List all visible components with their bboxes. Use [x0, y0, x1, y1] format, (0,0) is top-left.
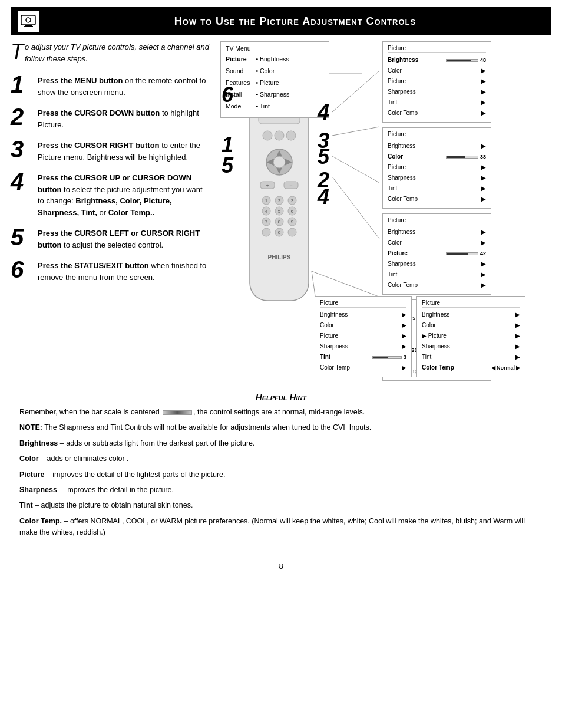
step-text-4: Press the CURSOR UP or CURSOR DOWN butto…: [38, 170, 211, 218]
svg-line-44: [332, 127, 379, 136]
svg-point-30: [288, 228, 296, 236]
menu-item-picture: Picture: [226, 54, 250, 65]
step-text-2: Press the CURSOR DOWN button to highligh…: [38, 105, 211, 130]
bottom-panels-row: Picture Brightness▶ Color▶ Picture▶ Shar…: [315, 296, 525, 377]
hint-para-8: Color Temp. – offers NORMAL, COOL, or WA…: [19, 516, 543, 539]
svg-text:8: 8: [278, 219, 281, 225]
picture-panel-colortemp: Picture Brightness▶ Color▶ ▶ Picture▶ Sh…: [416, 296, 525, 377]
hint-para-4: Color – adds or eliminates color .: [19, 453, 543, 465]
overlay-step-5b: 5: [318, 144, 329, 169]
submenu-tint: • Tint: [256, 101, 289, 113]
step-number-6: 6: [11, 258, 32, 281]
step-list: 1 Press the MENU button on the remote co…: [11, 73, 211, 283]
overlay-step-4: 4: [318, 100, 329, 125]
hint-para-1: Remember, when the bar scale is centered…: [19, 407, 543, 418]
picture-panel-1: Picture Brightness 48 Color▶ Picture▶ Sh…: [382, 41, 491, 123]
submenu-brightness: • Brightness: [256, 54, 289, 65]
overlay-step-5a: 5: [222, 153, 233, 178]
step-number-4: 4: [11, 170, 32, 193]
hint-para-2: NOTE: The Shaprness and Tint Controls wi…: [19, 422, 543, 433]
step-3: 3 Press the CURSOR RIGHT button to enter…: [11, 137, 211, 163]
drop-cap: T: [11, 44, 24, 61]
step-4: 4 Press the CURSOR UP or CURSOR DOWN but…: [11, 170, 211, 218]
hint-para-6: Sharpness – mproves the detail in the pi…: [19, 485, 543, 496]
hint-para-3: Brightness – adds or subtracts light fro…: [19, 438, 543, 449]
step-text-3: Press the CURSOR RIGHT button to enter t…: [38, 137, 211, 163]
step-2: 2 Press the CURSOR DOWN button to highli…: [11, 105, 211, 130]
page-number: 8: [0, 562, 562, 571]
step-text-1: Press the MENU button on the remote cont…: [38, 73, 211, 98]
svg-point-28: [262, 228, 270, 236]
svg-text:+: +: [266, 183, 269, 189]
hint-body: Remember, when the bar scale is centered…: [19, 407, 543, 538]
page-header: How to Use the Picture Adjustment Contro…: [11, 7, 551, 35]
svg-point-14: [273, 156, 285, 168]
hint-para-5: Picture – improves the detail of the lig…: [19, 469, 543, 480]
svg-line-43: [332, 71, 379, 112]
right-column: TV Menu Picture Sound Features Install M…: [220, 41, 551, 377]
overlay-step-6: 6: [222, 83, 233, 107]
page-title: How to Use the Picture Adjustment Contro…: [46, 15, 544, 28]
step-5: 5 Press the CURSOR LEFT or CURSOR RIGHT …: [11, 225, 211, 251]
step-text-6: Press the STATUS/EXIT button when finish…: [38, 258, 211, 283]
picture-panel-2: Picture Brightness▶ Color 38 Picture▶ Sh…: [382, 127, 491, 209]
step-number-5: 5: [11, 225, 32, 249]
overlay-step-2b: 4: [318, 185, 329, 209]
svg-text:0: 0: [278, 230, 281, 235]
svg-text:−: −: [289, 183, 292, 189]
hint-para-7: Tint – adjusts the picture to obtain nat…: [19, 500, 543, 511]
left-column: T o adjust your TV picture controls, sel…: [11, 41, 211, 377]
tv-menu-box: TV Menu Picture Sound Features Install M…: [220, 41, 329, 118]
svg-text:5: 5: [278, 209, 281, 214]
svg-point-6: [263, 131, 272, 140]
tv-menu-title: TV Menu: [226, 45, 324, 52]
main-content: T o adjust your TV picture controls, sel…: [11, 41, 551, 377]
svg-point-3: [26, 18, 31, 22]
svg-point-7: [275, 131, 284, 140]
picture-panel-3: Picture Brightness▶ Color▶ Picture 42 Sh…: [382, 213, 491, 295]
header-icon: [18, 11, 39, 32]
svg-line-45: [332, 156, 379, 183]
step-number-1: 1: [11, 73, 32, 96]
submenu-picture: • Picture: [256, 77, 289, 89]
step-number-2: 2: [11, 105, 32, 129]
svg-text:3: 3: [291, 198, 294, 203]
svg-text:PHILIPS: PHILIPS: [268, 254, 291, 261]
svg-point-8: [286, 131, 296, 140]
step-6: 6 Press the STATUS/EXIT button when fini…: [11, 258, 211, 283]
svg-rect-2: [24, 26, 33, 27]
svg-text:7: 7: [265, 219, 268, 225]
submenu-sharpness: • Sharpness: [256, 89, 289, 101]
svg-text:2: 2: [278, 198, 281, 203]
svg-text:9: 9: [291, 219, 294, 225]
svg-rect-0: [21, 15, 35, 25]
step-1: 1 Press the MENU button on the remote co…: [11, 73, 211, 98]
hint-title: Helpful Hint: [19, 392, 543, 402]
helpful-hint-box: Helpful Hint Remember, when the bar scal…: [11, 386, 551, 551]
svg-text:6: 6: [291, 209, 294, 214]
intro-text: T o adjust your TV picture controls, sel…: [11, 41, 211, 64]
step-number-3: 3: [11, 137, 32, 161]
step-text-5: Press the CURSOR LEFT or CURSOR RIGHT bu…: [38, 225, 211, 251]
picture-panel-tint: Picture Brightness▶ Color▶ Picture▶ Shar…: [315, 296, 412, 377]
submenu-color: • Color: [256, 65, 289, 77]
svg-line-46: [332, 177, 379, 239]
bar-scale-example: [163, 410, 192, 415]
svg-rect-1: [25, 25, 32, 26]
svg-text:4: 4: [265, 209, 268, 214]
menu-item-sound: Sound: [226, 65, 250, 77]
svg-text:1: 1: [265, 198, 268, 203]
